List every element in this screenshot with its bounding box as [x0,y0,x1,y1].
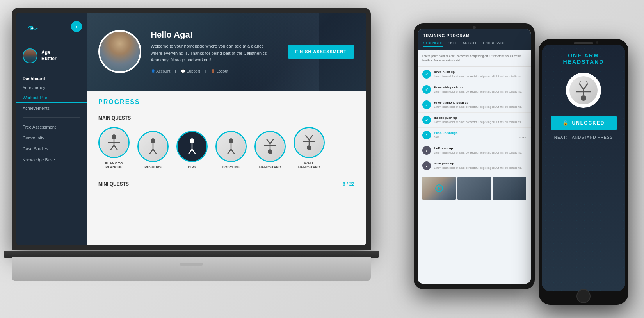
quest-item-dips[interactable]: DIPS [176,131,208,169]
tab-skill[interactable]: SKILL [448,41,458,47]
exercise-item-1[interactable]: ✓ Knee push up Lorem ipsum dolor sit ame… [418,67,531,82]
user-name: Aga Buttler [41,50,57,62]
quest-item-wall-handstand[interactable]: WALLHANDSTAND [294,127,325,169]
quest-circle-inner-pushups [139,132,167,161]
exercise-badge-5: MAST [519,136,526,139]
sidebar-item-case-studies[interactable]: Case Studies [16,143,87,154]
quest-circle-plank [98,127,130,158]
sidebar-item-workout-plan[interactable]: Workout Plan [16,93,87,103]
sidebar-item-free-assessment[interactable]: Free Assessment [16,121,87,132]
exercise-name-2: Knee wide push up [434,86,526,89]
svg-line-34 [580,84,584,89]
phone-exercise-title: ONE ARM HEADSTAND [548,52,619,65]
svg-line-14 [189,149,192,154]
hero-description: Welcome to your homepage where you can s… [151,43,276,64]
exercise-item-5[interactable]: 5 Push up shrugs 69% MAST [418,128,531,143]
svg-point-31 [581,95,586,101]
tablet-image-1[interactable] [422,177,456,200]
exercise-num-1: ✓ [422,70,431,79]
sidebar-item-achievements[interactable]: Achievements [16,103,87,113]
dashboard-label: Dashboard [16,73,87,82]
phone-body: ONE ARM HEADSTAND [539,39,628,305]
finish-assessment-button[interactable]: FINISH ASSESSMENT [288,45,355,59]
tablet-image-3[interactable] [493,177,526,200]
tab-endurance[interactable]: ENDURANCE [483,41,505,47]
tablet-body: TRAINING PROGRAM STRENGTH SKILL MUSCLE E… [414,23,535,289]
exercise-info-2: Knee wide push up Lorem ipsum dolor sit … [434,86,526,93]
tablet-screen: TRAINING PROGRAM STRENGTH SKILL MUSCLE E… [418,29,531,284]
tab-strength[interactable]: STRENGTH [423,41,443,47]
tablet-image-2[interactable] [457,177,491,200]
phone-screen: ONE ARM HEADSTAND [542,45,625,291]
avatar [23,48,37,63]
exercise-item-2[interactable]: ✓ Knee wide push up Lorem ipsum dolor si… [418,82,531,97]
quest-circle-handstand [254,131,286,162]
phone-unlock-button[interactable]: 🔓 UNLOCKED [551,116,617,130]
tablet-program-title: TRAINING PROGRAM [423,34,525,38]
sidebar: A ‹ Aga Buttler [16,13,87,245]
phone: ONE ARM HEADSTAND [539,39,628,305]
sidebar-item-journey[interactable]: Your Jorney [16,82,87,93]
hero-text: Hello Aga! Welcome to your homepage wher… [151,30,278,73]
exercise-desc-2: Lorem ipsum dolor sit amet, consectetur … [434,90,526,93]
quest-circle-inner-handstand [256,132,285,161]
sidebar-item-knowledge-base[interactable]: Knowledge Base [16,154,87,165]
mini-quests-label: MINI QUESTS [98,181,129,187]
exercise-info-6: Half push up Lorem ipsum dolor sit amet,… [434,146,526,154]
exercise-info-3: Knee diamond push up Lorem ipsum dolor s… [434,101,526,109]
hero-links: 👤 Account | 💬 Support | 🚪 Logout [151,69,278,73]
exercise-info-1: Knee push up Lorem ipsum dolor sit amet,… [434,70,526,78]
quest-label-handstand: HANDSTAND [259,165,281,169]
exercise-desc-1: Lorem ipsum dolor sit amet, consectetur … [434,75,526,78]
lock-icon: 🔓 [562,120,569,126]
svg-line-29 [306,135,309,140]
svg-line-24 [267,139,270,144]
exercise-item-6[interactable]: 6 Half push up Lorem ipsum dolor sit ame… [418,143,531,158]
back-button[interactable]: ‹ [71,21,82,32]
tablet-description: Lorem ipsum dolor sit amet, consectetur … [418,50,531,67]
quest-item-pushups[interactable]: PUSHUPS [137,131,169,169]
exercise-info-4: Incline push up Lorem ipsum dolor sit am… [434,116,526,124]
logout-link[interactable]: 🚪 Logout [210,69,228,73]
tab-muscle[interactable]: MUSCLE [463,41,478,47]
progress-title: PROGRESS [98,98,354,105]
svg-point-1 [112,134,116,139]
quest-circle-inner-plank [100,128,128,157]
quest-label-bodyline: BODYLINE [222,165,240,169]
exercise-num-5: 5 [422,131,431,139]
sidebar-divider [23,117,80,118]
quest-item-bodyline[interactable]: BODYLINE [215,131,247,169]
tablet: TRAINING PROGRAM STRENGTH SKILL MUSCLE E… [414,23,535,289]
support-link[interactable]: 💬 Support [181,69,200,73]
main-content: Hello Aga! Welcome to your homepage wher… [87,13,366,245]
exercise-name-6: Half push up [434,146,526,150]
play-button[interactable] [435,184,443,192]
svg-line-20 [231,149,235,154]
quest-item-plank[interactable]: PLANK TOPLANCHE [98,127,130,169]
exercise-num-7: 7 [422,161,431,170]
exercise-item-3[interactable]: ✓ Knee diamond push up Lorem ipsum dolor… [418,97,531,113]
phone-home-button[interactable] [576,289,591,303]
quest-item-handstand[interactable]: HANDSTAND [254,131,286,169]
quest-label-plank: PLANK TOPLANCHE [105,161,123,169]
svg-point-21 [268,149,272,154]
laptop: A ‹ Aga Buttler [12,8,394,289]
mini-quests-header: MINI QUESTS 6 / 22 [98,177,354,187]
scene: A ‹ Aga Buttler [0,0,644,318]
quest-circle-inner-bodyline [217,132,246,161]
section-divider [98,109,354,109]
exercise-item-7[interactable]: 7 wide push up Lorem ipsum dolor sit ame… [418,158,531,173]
sidebar-item-community[interactable]: Community [16,132,87,143]
tablet-tabs: STRENGTH SKILL MUSCLE ENDURANCE [423,41,525,47]
exercise-name-1: Knee push up [434,70,526,74]
svg-line-4 [110,145,114,150]
exercise-info-7: wide push up Lorem ipsum dolor sit amet,… [434,162,526,170]
phone-next-value: NEXT: HANDSTAND PRESS [554,135,613,139]
quest-circle-inner-dips [178,132,206,161]
phone-exercise-circle [566,73,601,108]
exercise-item-4[interactable]: ✓ Incline push up Lorem ipsum dolor sit … [418,113,531,128]
tablet-content: Lorem ipsum dolor sit amet, consectetur … [418,50,531,284]
tablet-header: TRAINING PROGRAM STRENGTH SKILL MUSCLE E… [418,29,531,50]
account-link[interactable]: 👤 Account [151,69,170,73]
hero-profile-picture [98,30,141,73]
